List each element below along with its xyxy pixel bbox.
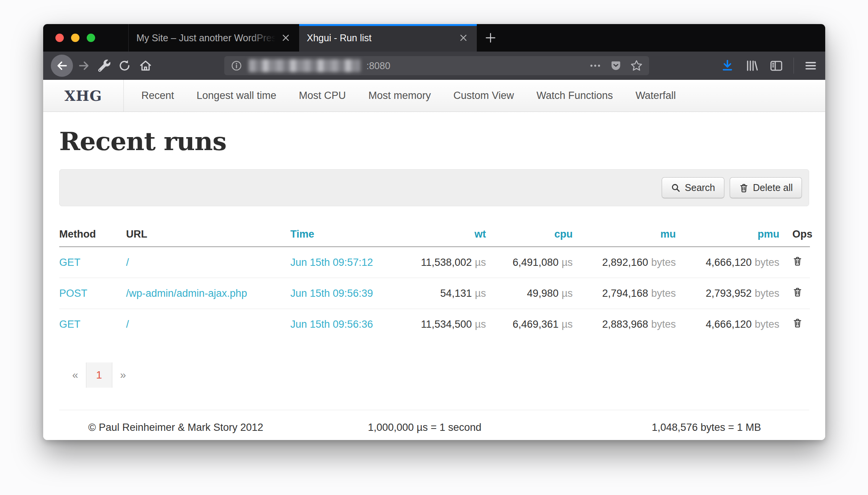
page-footer: © Paul Reinheimer & Mark Story 2012 1,00… — [59, 410, 809, 434]
mu-value: 2,794,168 — [602, 288, 648, 299]
trash-icon — [739, 183, 749, 193]
pagination-next[interactable]: » — [112, 369, 134, 381]
run-method-link[interactable]: GET — [59, 319, 81, 330]
run-method-link[interactable]: GET — [59, 257, 81, 268]
new-tab-icon — [484, 31, 497, 45]
table-header-row: Method URL Time wt cpu mu pmu Ops — [59, 223, 810, 247]
wt-value: 11,538,002 — [421, 257, 472, 268]
bookmark-star-icon[interactable] — [630, 59, 643, 72]
traffic-lights — [43, 24, 128, 52]
nav-item-watch-functions[interactable]: Watch Functions — [536, 90, 613, 102]
col-header-method: Method — [59, 223, 126, 247]
actions-panel: Search Delete all — [59, 169, 809, 206]
cpu-unit: µs — [562, 257, 573, 268]
run-url-link[interactable]: / — [126, 257, 129, 268]
pmu-unit: bytes — [755, 257, 779, 268]
col-header-mu-sort[interactable]: mu — [661, 228, 676, 240]
reload-icon — [118, 59, 131, 72]
menu-button hamburger-icon[interactable] — [804, 59, 818, 73]
runs-table: Method URL Time wt cpu mu pmu Ops GET / — [59, 223, 810, 340]
cpu-value: 49,980 — [527, 288, 559, 299]
nav-item-custom-view[interactable]: Custom View — [453, 90, 514, 102]
traffic-light-close[interactable] — [55, 34, 64, 42]
pmu-value: 4,666,120 — [706, 257, 751, 268]
url-bar[interactable]: :8080 — [224, 56, 649, 75]
nav-item-most-memory[interactable]: Most memory — [368, 90, 431, 102]
info-icon[interactable] — [230, 60, 243, 72]
downloads-button download-icon[interactable] — [720, 58, 735, 73]
table-row: GET / Jun 15th 09:57:12 11,538,002µs 6,4… — [59, 247, 810, 278]
col-header-cpu-sort[interactable]: cpu — [554, 228, 573, 240]
pagination: « 1 » — [65, 362, 134, 388]
delete-all-button[interactable]: Delete all — [730, 177, 802, 198]
page-actions-button ellipsis-icon[interactable] — [589, 59, 602, 72]
col-header-pmu-sort[interactable]: pmu — [758, 228, 779, 240]
table-row: POST /wp-admin/admin-ajax.php Jun 15th 0… — [59, 278, 810, 309]
reload-button[interactable] — [118, 59, 131, 72]
sidebar-icon[interactable] — [769, 58, 784, 73]
pagination-prev[interactable]: « — [65, 369, 86, 381]
delete-run-button[interactable] — [792, 318, 803, 328]
footer-bytes-note: 1,048,576 bytes = 1 MB — [537, 422, 761, 434]
forward-button[interactable] — [78, 59, 91, 72]
back-icon — [55, 59, 68, 72]
col-header-wt-sort[interactable]: wt — [474, 228, 486, 240]
mu-value: 2,883,968 — [602, 319, 648, 330]
tab-title: My Site – Just another WordPress si — [136, 32, 275, 44]
browser-toolbar: :8080 — [43, 52, 825, 80]
run-url-link[interactable]: / — [126, 319, 129, 330]
traffic-light-minimize[interactable] — [71, 34, 79, 42]
run-time-link[interactable]: Jun 15th 09:57:12 — [290, 257, 373, 268]
tab-title: Xhgui - Run list — [307, 32, 453, 44]
pagination-current-page[interactable]: 1 — [86, 362, 113, 388]
pmu-unit: bytes — [755, 288, 779, 299]
nav-item-recent[interactable]: Recent — [141, 90, 174, 102]
trash-icon — [792, 256, 803, 266]
col-header-time-sort[interactable]: Time — [290, 228, 314, 240]
new-tab-button[interactable] — [477, 24, 504, 52]
close-tab-icon[interactable] — [280, 32, 291, 44]
nav-item-waterfall[interactable]: Waterfall — [635, 90, 676, 102]
library-icon[interactable] — [745, 58, 759, 73]
mu-unit: bytes — [651, 319, 676, 330]
home-icon — [139, 59, 152, 73]
mu-unit: bytes — [651, 288, 676, 299]
tab-xhgui[interactable]: Xhgui - Run list — [299, 24, 477, 52]
run-url-link[interactable]: /wp-admin/admin-ajax.php — [126, 288, 247, 299]
search-button[interactable]: Search — [662, 177, 724, 198]
pmu-value: 4,666,120 — [706, 319, 751, 330]
col-header-ops: Ops — [779, 223, 810, 247]
redacted-url — [249, 59, 360, 72]
developer-tools-button[interactable] — [98, 60, 110, 72]
close-tab-icon[interactable] — [458, 32, 469, 44]
tab-my-site[interactable]: My Site – Just another WordPress si — [128, 24, 299, 52]
pmu-unit: bytes — [755, 319, 779, 330]
back-button[interactable] — [51, 55, 73, 77]
page-viewport: XHG Recent Longest wall time Most CPU Mo… — [43, 80, 825, 440]
mu-value: 2,892,160 — [602, 257, 648, 268]
pocket-icon[interactable] — [609, 59, 622, 72]
toolbar-divider — [794, 58, 794, 74]
cpu-value: 6,491,080 — [513, 257, 559, 268]
delete-run-button[interactable] — [792, 256, 803, 266]
magnifier-icon — [671, 183, 681, 193]
run-method-link[interactable]: POST — [59, 288, 87, 299]
run-time-link[interactable]: Jun 15th 09:56:36 — [290, 319, 373, 330]
nav-item-longest-wall[interactable]: Longest wall time — [197, 90, 277, 102]
traffic-light-zoom[interactable] — [87, 34, 95, 42]
delete-run-button[interactable] — [792, 287, 803, 297]
wt-unit: µs — [475, 257, 486, 268]
col-header-url: URL — [126, 223, 290, 247]
home-button[interactable] — [139, 59, 152, 73]
cpu-unit: µs — [562, 319, 573, 330]
nav-item-most-cpu[interactable]: Most CPU — [299, 90, 346, 102]
run-time-link[interactable]: Jun 15th 09:56:39 — [290, 288, 373, 299]
wt-value: 54,131 — [440, 288, 472, 299]
table-row: GET / Jun 15th 09:56:36 11,534,500µs 6,4… — [59, 309, 810, 340]
trash-icon — [792, 318, 803, 328]
browser-window: My Site – Just another WordPress si Xhgu… — [43, 24, 825, 440]
wt-unit: µs — [475, 288, 486, 299]
brand-logo[interactable]: XHG — [43, 80, 124, 112]
footer-copyright: © Paul Reinheimer & Mark Story 2012 — [88, 422, 313, 434]
wt-unit: µs — [475, 319, 486, 330]
